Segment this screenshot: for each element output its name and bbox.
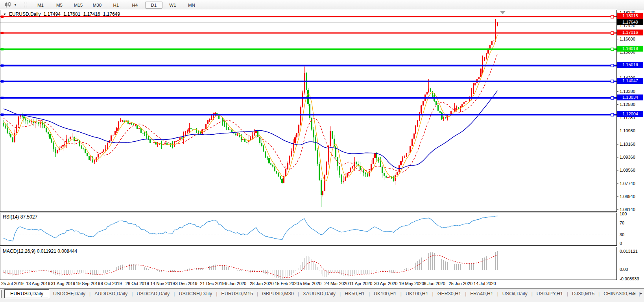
macd-axis-label: 0.013121 <box>618 249 638 254</box>
macd-histogram <box>4 251 498 279</box>
chart-tab[interactable]: HK50,H1 <box>341 290 369 298</box>
chart-tab[interactable]: UK100,H1 <box>370 290 400 298</box>
timeframe-button-m1[interactable]: M1 <box>32 2 49 9</box>
chart-shift-marker[interactable] <box>500 11 506 14</box>
time-axis-label: 24 Mar 2020 <box>325 281 349 286</box>
chart-tab[interactable]: XAUUSD,Daily <box>299 290 340 298</box>
title-caret-icon[interactable]: ▼ <box>3 13 6 16</box>
price-level-badge: 1.14047 <box>617 78 643 84</box>
horizontal-level-line[interactable] <box>0 113 616 116</box>
price-tick-label: 1.10160 <box>617 142 635 147</box>
rsi-panel[interactable]: RSI(14) 87.5027 <box>0 213 617 246</box>
macd-axis-label: 0.00 <box>618 267 628 272</box>
time-axis-label: 15 Feb 2020 <box>275 281 299 286</box>
timeframe-button-m15[interactable]: M15 <box>70 2 87 9</box>
timeframe-button-m5[interactable]: M5 <box>51 2 68 9</box>
rsi-axis-label: 70 <box>618 220 624 225</box>
macd-panel[interactable]: MACD(12,26,9) 0.011921 0.008444 <box>0 247 617 280</box>
price-level-badge: 1.16018 <box>617 46 643 52</box>
tabbar-grip <box>1 290 3 298</box>
price-tick-label: 1.13380 <box>617 89 635 94</box>
main-chart-panel[interactable]: ▼ EURUSD,Daily 1.17494 1.17681 1.17416 1… <box>0 10 617 212</box>
title-open: 1.17494 <box>44 11 61 17</box>
price-level-badge: 1.13034 <box>617 94 643 100</box>
time-axis-label: 13 Aug 2019 <box>26 281 50 286</box>
rsi-axis-label: 100 <box>618 211 627 216</box>
chart-tab[interactable]: AUDUSD,Daily <box>90 290 131 298</box>
chart-tab[interactable]: GBPUSD,M30 <box>258 290 298 298</box>
chart-area: ▼ EURUSD,Daily 1.17494 1.17681 1.17416 1… <box>0 10 644 288</box>
chart-tab[interactable]: EURUSD,M15 <box>217 290 257 298</box>
macd-label: MACD(12,26,9) 0.011921 0.008444 <box>3 248 77 254</box>
price-tick-label: 1.10980 <box>617 128 635 133</box>
timeframe-button-d1[interactable]: D1 <box>145 2 162 9</box>
time-axis-label: 9 Jan 2020 <box>225 281 246 286</box>
horizontal-level-line[interactable] <box>0 64 616 67</box>
price-tick-label: 1.06940 <box>617 194 635 199</box>
horizontal-level-line[interactable] <box>0 80 616 83</box>
rsi-label: RSI(14) 87.5027 <box>3 214 37 220</box>
price-chart-canvas[interactable] <box>0 10 616 211</box>
time-axis-label: 14 Jul 2020 <box>474 281 496 286</box>
time-axis-label: 11 Apr 2020 <box>349 281 373 286</box>
title-close: 1.17649 <box>103 11 120 17</box>
title-high: 1.17681 <box>63 11 80 17</box>
dropdown-caret-icon: ▼ <box>14 3 17 7</box>
timeframe-button-m30[interactable]: M30 <box>89 2 106 9</box>
time-axis-label: 31 Aug 2019 <box>51 281 75 286</box>
price-tick-label: 1.07740 <box>617 181 635 186</box>
time-axis-label: 8 Oct 2019 <box>101 281 122 286</box>
chart-type-dropdown[interactable]: ▼ <box>3 1 18 9</box>
chart-tab[interactable]: UK100,H1 <box>402 290 432 298</box>
time-axis[interactable]: 25 Jul 201913 Aug 201931 Aug 201919 Sep … <box>0 280 617 288</box>
horizontal-level-line[interactable] <box>0 48 616 51</box>
price-level-badge: 1.17016 <box>617 30 643 35</box>
time-axis-label: 6 Jun 2020 <box>424 281 445 286</box>
timeframe-button-h4[interactable]: H4 <box>126 2 144 9</box>
price-tick-label: 1.09360 <box>617 155 635 160</box>
moving-average-5 <box>4 35 498 181</box>
chart-tab-bar: EURUSD,DailyUSDCHF,Daily|AUDUSD,Daily|US… <box>0 288 644 302</box>
time-axis-label: 25 Jul 2019 <box>1 281 24 286</box>
price-level-badge: 1.18015 <box>617 13 643 19</box>
timeframe-button-h1[interactable]: H1 <box>107 2 125 9</box>
time-axis-label: 25 Jun 2020 <box>449 281 473 286</box>
timeframe-button-w1[interactable]: W1 <box>164 2 181 9</box>
rsi-axis-label: 30 <box>618 232 624 237</box>
time-axis-label: 5 Mar 2020 <box>299 281 321 286</box>
chart-tab[interactable]: FRA40,H1 <box>466 290 497 298</box>
current-price-badge: 1.17649 <box>617 19 643 25</box>
toolbar-grip <box>24 2 26 8</box>
time-axis-label: 19 May 2020 <box>399 281 424 286</box>
price-axis[interactable]: 1.182201.174201.166001.158001.142001.133… <box>617 10 644 288</box>
chart-tab[interactable]: USDCAD,Daily <box>133 290 173 298</box>
mt4-chart-window: ▼ M1M5M15M30H1H4D1W1MN ▼ EURUSD,Daily 1.… <box>0 0 644 302</box>
chart-tab[interactable]: USOil,Daily <box>498 290 531 298</box>
time-axis-label: 26 Oct 2019 <box>125 281 149 286</box>
time-axis-label: 14 Nov 2019 <box>150 281 175 286</box>
chart-tab[interactable]: USDCHF,Daily <box>49 290 89 298</box>
title-low: 1.17416 <box>83 11 100 17</box>
timeframe-buttons: M1M5M15M30H1H4D1W1MN <box>31 2 201 9</box>
chart-tabs: EURUSD,DailyUSDCHF,Daily|AUDUSD,Daily|US… <box>4 289 640 298</box>
price-level-badge: 1.12004 <box>617 111 643 117</box>
chart-tab[interactable]: EURUSD,Daily <box>4 289 49 298</box>
chart-tab[interactable]: CHINA300,H4 <box>600 290 638 298</box>
time-axis-label: 30 Apr 2020 <box>374 281 397 286</box>
macd-canvas[interactable] <box>0 247 616 280</box>
tab-scroll-left-icon[interactable]: ◂ <box>633 291 635 295</box>
horizontal-level-line[interactable] <box>0 31 616 34</box>
price-level-badge: 1.15019 <box>617 62 643 68</box>
rsi-axis-label: 0 <box>618 241 622 246</box>
title-symbol-period: EURUSD,Daily <box>9 11 41 17</box>
timeframe-button-mn[interactable]: MN <box>183 2 200 9</box>
macd-axis-label: -0.008933 <box>618 276 639 281</box>
rsi-canvas[interactable] <box>0 213 616 245</box>
tab-scroll-right-icon[interactable]: ▸ <box>640 291 642 295</box>
chart-tab[interactable]: GER30,H1 <box>434 290 465 298</box>
candlestick-chart-icon <box>5 2 12 8</box>
chart-tab[interactable]: DJ30,M15 <box>568 290 598 298</box>
chart-tab[interactable]: USDJPY,H1 <box>533 290 567 298</box>
chart-tab[interactable]: USDCNH,Daily <box>175 290 216 298</box>
price-tick-label: 1.16600 <box>617 37 635 42</box>
